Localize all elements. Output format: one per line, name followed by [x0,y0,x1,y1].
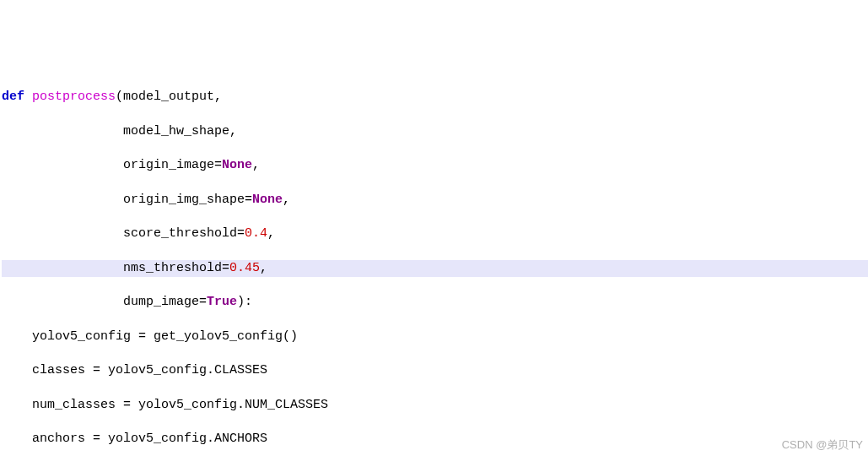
none-literal: None [252,193,283,207]
number-literal: 0.45 [229,261,260,275]
param-nms-threshold: nms_threshold= [2,261,229,275]
param-origin-image: origin_image= [2,158,222,172]
function-name: postprocess [32,90,116,104]
stmt-anchors: anchors = yolov5_config.ANCHORS [2,431,868,448]
none-literal: None [222,158,252,172]
stmt-yolov5-config: yolov5_config = get_yolov5_config() [2,328,868,345]
number-literal: 0.4 [245,226,267,241]
param-origin-img-shape: origin_img_shape= [2,193,252,207]
params-open: (model_output, [116,90,222,104]
stmt-classes: classes = yolov5_config.CLASSES [2,362,868,379]
code-block: def postprocess(model_output, model_hw_s… [2,72,868,456]
param-score-threshold: score_threshold= [2,226,245,241]
param-dump-image: dump_image= [2,295,207,309]
stmt-num-classes: num_classes = yolov5_config.NUM_CLASSES [2,397,868,414]
param-model-hw-shape: model_hw_shape, [2,123,868,140]
keyword-def: def [2,90,24,104]
bool-literal: True [207,295,237,309]
